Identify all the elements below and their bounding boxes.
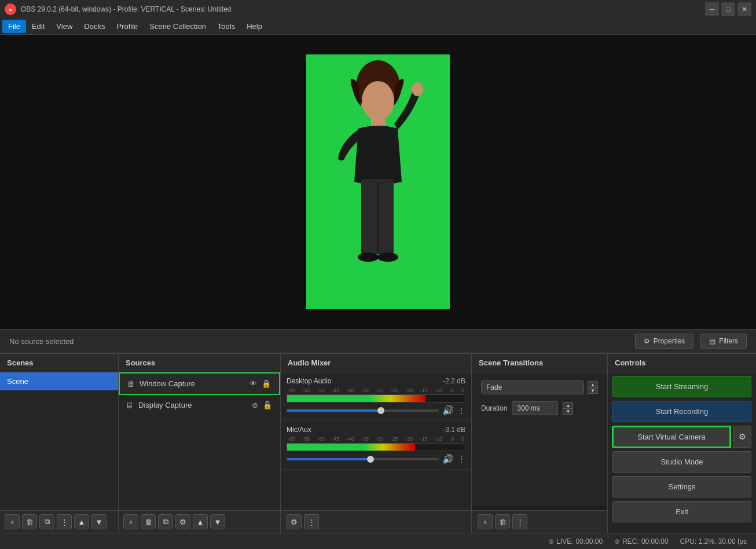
move-source-up-button[interactable]: ▲ <box>193 514 208 529</box>
virtual-camera-row: Start Virtual Camera ⚙ <box>612 426 751 448</box>
scenes-panel-header: Scenes <box>0 354 118 372</box>
menu-file[interactable]: File <box>2 20 26 33</box>
menu-docks[interactable]: Docks <box>78 20 111 33</box>
desktop-audio-fader-thumb[interactable] <box>377 407 384 414</box>
minimize-button[interactable]: ─ <box>705 2 719 16</box>
desktop-audio-channel: Desktop Audio -2.2 dB -60-55-50-45-40-35… <box>281 372 471 421</box>
live-time: 00:00:00 <box>575 537 603 546</box>
menu-tools[interactable]: Tools <box>212 20 241 33</box>
display-capture-icon: 🖥 <box>126 401 134 410</box>
duration-row: Duration ▲ ▼ <box>475 399 604 418</box>
desktop-audio-meter <box>287 394 465 402</box>
filter-scene-button[interactable]: ⧉ <box>39 514 54 529</box>
maximize-button[interactable]: □ <box>721 2 735 16</box>
source-item-display-capture[interactable]: 🖥 Display Capture ⊘ 🔓 <box>119 395 280 415</box>
transition-spinner: ▲ ▼ <box>588 381 598 394</box>
controls-panel-header: Controls <box>608 354 756 372</box>
more-scenes-button[interactable]: ⋮ <box>57 514 72 529</box>
source-item-window-capture[interactable]: 🖥 Window Capture 👁 🔒 <box>119 372 280 395</box>
scenes-panel-content: Scene <box>0 372 118 510</box>
audio-more-button[interactable]: ⋮ <box>304 514 319 529</box>
mic-aux-name: Mic/Aux <box>287 426 443 434</box>
duration-spinner-up[interactable]: ▲ <box>563 402 573 408</box>
window-capture-icon: 🖥 <box>127 379 135 389</box>
scenes-panel-footer: + 🗑 ⧉ ⋮ ▲ ▼ <box>0 510 118 533</box>
mic-aux-meter-labels: -60-55-50-45-40-35-30-25-20-15-10-50 <box>287 436 465 442</box>
menu-profile[interactable]: Profile <box>111 20 144 33</box>
source-bar: No source selected ⚙ Properties ▤ Filter… <box>0 329 756 353</box>
add-scene-button[interactable]: + <box>5 514 20 529</box>
mic-aux-more-button[interactable]: ⋮ <box>457 455 465 464</box>
desktop-audio-more-button[interactable]: ⋮ <box>457 406 465 415</box>
controls-panel: Controls Start Streaming Start Recording… <box>608 354 756 533</box>
filters-button[interactable]: ▤ Filters <box>700 334 747 349</box>
move-scene-down-button[interactable]: ▼ <box>91 514 107 529</box>
remove-scene-button[interactable]: 🗑 <box>22 514 37 529</box>
add-source-button[interactable]: + <box>123 514 138 529</box>
transition-spinner-up[interactable]: ▲ <box>588 381 598 387</box>
close-button[interactable]: ✕ <box>737 2 751 16</box>
display-capture-lock-button[interactable]: 🔓 <box>262 400 273 411</box>
svg-point-6 <box>358 252 379 262</box>
transition-spinner-down[interactable]: ▼ <box>588 387 598 394</box>
start-recording-button[interactable]: Start Recording <box>612 401 751 422</box>
mic-aux-fader-thumb[interactable] <box>367 456 374 463</box>
source-settings-button[interactable]: ⚙ <box>175 514 190 529</box>
transition-select[interactable]: Fade Cut Swipe <box>481 380 584 394</box>
window-capture-visibility-button[interactable]: 👁 <box>248 378 258 389</box>
mic-aux-fader-fill <box>287 458 370 460</box>
window-title: OBS 29.0.2 (64-bit, windows) - Profile: … <box>21 5 705 13</box>
live-indicator-icon: ⊕ <box>548 537 554 546</box>
rec-time: 00:00:00 <box>641 537 669 546</box>
window-capture-name: Window Capture <box>140 379 244 388</box>
remove-source-button[interactable]: 🗑 <box>141 514 156 529</box>
svg-point-1 <box>362 81 394 120</box>
live-label: LIVE: <box>556 537 573 546</box>
filter-source-button[interactable]: ⧉ <box>158 514 173 529</box>
window-capture-lock-button[interactable]: 🔒 <box>260 378 272 389</box>
audio-mixer-footer: ⚙ ⋮ <box>281 510 471 533</box>
exit-button[interactable]: Exit <box>612 501 751 522</box>
statusbar: ⊕ LIVE: 00:00:00 ⊕ REC: 00:00:00 CPU: 1.… <box>0 533 756 549</box>
audio-mixer-header: Audio Mixer <box>281 354 471 372</box>
duration-spinner-down[interactable]: ▼ <box>563 408 573 415</box>
desktop-audio-mute-button[interactable]: 🔊 <box>442 405 454 416</box>
menu-help[interactable]: Help <box>241 20 268 33</box>
move-scene-up-button[interactable]: ▲ <box>74 514 89 529</box>
titlebar: ● OBS 29.0.2 (64-bit, windows) - Profile… <box>0 0 756 19</box>
controls-panel-content: Start Streaming Start Recording Start Vi… <box>608 372 756 533</box>
audio-mixer-content: Desktop Audio -2.2 dB -60-55-50-45-40-35… <box>281 372 471 510</box>
mic-aux-mute-button[interactable]: 🔊 <box>442 453 454 464</box>
desktop-audio-name: Desktop Audio <box>287 377 443 385</box>
properties-button[interactable]: ⚙ Properties <box>635 334 694 349</box>
mic-aux-header: Mic/Aux -3.1 dB <box>287 426 465 434</box>
duration-input[interactable] <box>512 401 558 415</box>
preview-area <box>0 35 756 329</box>
scene-item[interactable]: Scene <box>0 372 118 390</box>
bottom-panels: Scenes Scene + 🗑 ⧉ ⋮ ▲ ▼ Sources 🖥 Windo… <box>0 353 756 533</box>
menu-edit[interactable]: Edit <box>26 20 50 33</box>
add-transition-button[interactable]: + <box>478 514 493 529</box>
settings-button[interactable]: Settings <box>612 476 751 497</box>
window-controls: ─ □ ✕ <box>705 2 751 16</box>
start-virtual-camera-button[interactable]: Start Virtual Camera <box>612 426 731 448</box>
mic-aux-fader[interactable] <box>287 458 439 460</box>
move-source-down-button[interactable]: ▼ <box>210 514 225 529</box>
display-capture-visibility-button[interactable]: ⊘ <box>251 400 259 411</box>
remove-transition-button[interactable]: 🗑 <box>495 514 510 529</box>
menu-scene-collection[interactable]: Scene Collection <box>144 20 212 33</box>
display-capture-controls: ⊘ 🔓 <box>251 400 273 411</box>
transitions-panel-footer: + 🗑 ⋮ <box>472 510 607 533</box>
audio-settings-button[interactable]: ⚙ <box>287 514 302 529</box>
more-transitions-button[interactable]: ⋮ <box>512 514 527 529</box>
studio-mode-button[interactable]: Studio Mode <box>612 451 751 473</box>
menu-view[interactable]: View <box>50 20 78 33</box>
rec-indicator-icon: ⊕ <box>614 537 620 546</box>
virtual-camera-settings-button[interactable]: ⚙ <box>733 426 751 448</box>
desktop-audio-fader[interactable] <box>287 409 439 412</box>
mic-aux-fader-row: 🔊 ⋮ <box>287 453 465 464</box>
desktop-audio-header: Desktop Audio -2.2 dB <box>287 377 465 385</box>
start-streaming-button[interactable]: Start Streaming <box>612 376 751 397</box>
mic-aux-meter-bar <box>287 444 415 451</box>
desktop-audio-fader-fill <box>287 409 381 412</box>
